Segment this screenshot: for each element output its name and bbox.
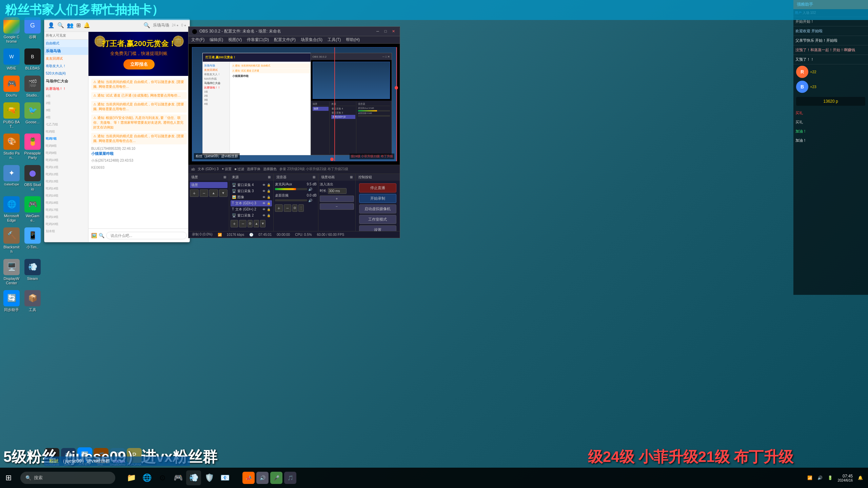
transition-remove-btn[interactable]: − bbox=[320, 203, 354, 210]
obs-preview: 打王者,赢200元赏金！ 乐场马场 友友回调试 有歌友大人！ 520大作战 马场… bbox=[189, 44, 400, 165]
obs-controls-panel: 控制按钮 停止直播 开始录制 启动虚拟摄像机 工作室模式 设置 退出 bbox=[356, 174, 400, 231]
studio-mode-btn[interactable]: 工作室模式 bbox=[359, 215, 396, 224]
start-record-btn[interactable]: 开始录制 bbox=[359, 194, 396, 203]
icon-studio-pan[interactable]: 🎨 Studio Pan.. bbox=[2, 131, 21, 162]
source-item-2[interactable]: 🖥️窗口采集 3 👁🔒 bbox=[231, 188, 272, 194]
filter-source-btn[interactable]: ⚙ bbox=[248, 220, 253, 227]
stream-input-field[interactable] bbox=[106, 232, 187, 239]
icon-douyu[interactable]: 🎮 DouYu bbox=[2, 74, 21, 100]
mixer-more-btn[interactable]: ⋮ bbox=[298, 204, 304, 212]
obs-gpu-status: 录制 0 (0.0%) bbox=[192, 232, 213, 237]
obs-close-btn[interactable]: ✕ bbox=[390, 28, 396, 34]
obs-maximize-btn[interactable]: □ bbox=[382, 28, 389, 34]
source-up-btn[interactable]: ▲ bbox=[254, 220, 259, 227]
icon-displayw[interactable]: 🖥️ DisplayW Center bbox=[2, 257, 21, 287]
sidebar-item-main[interactable]: 乐场马场 bbox=[44, 47, 88, 55]
remove-mixer-btn[interactable]: − bbox=[284, 204, 291, 212]
obs-color-picker[interactable]: 选择颜色 bbox=[263, 167, 277, 171]
desktop-mute-btn[interactable]: 🔊 bbox=[308, 199, 312, 202]
source-item-1[interactable]: 🖥️窗口采集 4 👁🔒 bbox=[231, 182, 272, 188]
icon-pubg[interactable]: 🔫 PUBG BAT.. bbox=[2, 100, 21, 131]
icon-pineapple[interactable]: 🍍 Pineapple Party bbox=[23, 131, 42, 162]
obs-menu-help[interactable]: 帮助(H) bbox=[346, 37, 360, 43]
transition-add-btn[interactable]: + bbox=[320, 196, 354, 202]
taskbar-avatar-1[interactable]: 📣 bbox=[242, 472, 255, 484]
taskbar-icon-edge[interactable]: 🌐 bbox=[139, 470, 154, 485]
stream-sidebar: 所有人可见发 自由模式 乐场马场 友友回调试 有歌友大人！ 520大作战(4) … bbox=[44, 32, 88, 242]
icon-steam[interactable]: 💨 Steam bbox=[23, 257, 42, 287]
source-item-3[interactable]: 🖼️图像 👁🔒 bbox=[231, 194, 272, 200]
taskbar-icon-steam2[interactable]: 💨 bbox=[186, 470, 201, 485]
sidebar-item-race[interactable]: 比赛场地！！ bbox=[44, 85, 88, 93]
tray-notification-btn[interactable]: 🔔 bbox=[858, 475, 863, 480]
sidebar-item-friends[interactable]: 有歌友大人！ bbox=[44, 62, 88, 70]
taskbar-icon-misc1[interactable]: 🛡️ bbox=[202, 470, 217, 485]
stop-stream-btn[interactable]: 停止直播 bbox=[359, 183, 396, 192]
obs-settings-btn[interactable]: ✦ 设置 bbox=[221, 167, 232, 171]
source-item-5[interactable]: T文本 (GDI+) 2 👁🔒 bbox=[231, 206, 272, 212]
mixer-settings-btn[interactable]: ⚙ bbox=[292, 204, 297, 212]
obs-menu-tools[interactable]: 工具(T) bbox=[328, 37, 341, 43]
icon-wbie[interactable]: W WBIE bbox=[2, 46, 21, 73]
taskbar-clock[interactable]: 07:45 2024/6/16 bbox=[838, 474, 853, 482]
sidebar-item-debug[interactable]: 友友回调试 bbox=[44, 55, 88, 62]
signup-button[interactable]: 立即报名 bbox=[123, 59, 155, 69]
icon-studio2[interactable]: 🎬 Studio.. bbox=[23, 74, 42, 100]
remove-source-btn[interactable]: − bbox=[239, 220, 246, 227]
icon-blacksmith[interactable]: 🔨 Blacksmith bbox=[2, 225, 21, 256]
source-item-4[interactable]: T文本 (GDI+) 3 👁🔒 bbox=[231, 200, 272, 206]
add-scene-btn[interactable]: + bbox=[190, 189, 199, 197]
icon-extra[interactable]: 📦 工具 bbox=[23, 288, 42, 314]
icon-goose[interactable]: 🐦 Goose... bbox=[23, 100, 42, 131]
start-button[interactable]: ⊞ bbox=[0, 468, 17, 488]
taskbar-icon-misc2[interactable]: 📧 bbox=[217, 470, 232, 485]
add-mixer-btn[interactable]: + bbox=[275, 204, 282, 212]
obs-menu-dock[interactable]: 停靠窗口(D) bbox=[247, 37, 269, 43]
obs-scenes-panel: 场景 ⊞ 场景 + − ▲ ▼ bbox=[189, 174, 229, 231]
taskbar-avatar-4[interactable]: 🎵 bbox=[284, 472, 296, 484]
obs-font-picker[interactable]: 选择字体 bbox=[247, 167, 260, 171]
mic-mute-btn[interactable]: 🔊 bbox=[308, 187, 312, 191]
taskbar-icon-explorer[interactable]: 📁 bbox=[124, 470, 139, 485]
sidebar-item-horse[interactable]: 马场仲仁大会 bbox=[44, 77, 88, 85]
transition-duration[interactable] bbox=[328, 188, 347, 194]
taskbar-icon-chrome[interactable]: ⊙ bbox=[155, 470, 170, 485]
source-down-btn[interactable]: ▼ bbox=[260, 220, 265, 227]
scene-item-1[interactable]: 场景 bbox=[190, 182, 228, 188]
obs-audio-filter[interactable]: ■ 过滤 bbox=[234, 167, 244, 171]
mic-settings-btn[interactable]: ⋮ bbox=[313, 187, 317, 191]
obs-menu-collection[interactable]: 场景集合(S) bbox=[301, 37, 322, 43]
sidebar-item-free[interactable]: 自由模式 bbox=[44, 40, 88, 47]
scene-down-btn[interactable]: ▼ bbox=[219, 189, 228, 197]
obs-menu-profile[interactable]: 配置文件(P) bbox=[274, 37, 296, 43]
stream-window: 👤 🔍 👥 ⊞ 🔔 🔍 乐场马场 24 ● 0 ● 所有人可见发 自由模式 乐场… bbox=[44, 19, 190, 242]
taskbar-tray: 📶 🔊 🔋 07:45 2024/6/16 🔔 bbox=[807, 474, 868, 482]
obs-minimize-btn[interactable]: ─ bbox=[375, 28, 381, 34]
taskbar-search[interactable]: 🔍 搜索 bbox=[20, 472, 115, 484]
desktop-settings-btn[interactable]: ⋮ bbox=[313, 199, 317, 202]
icon-obs-studio[interactable]: ⬤ OBS Studio bbox=[23, 163, 42, 194]
icon-sync[interactable]: 🔄 同步助手 bbox=[2, 288, 21, 314]
icon-wegame[interactable]: 🎮 WeGame.. bbox=[23, 194, 42, 225]
obs-menu-file[interactable]: 文件(F) bbox=[191, 37, 204, 43]
settings-btn[interactable]: 设置 bbox=[359, 225, 396, 231]
obs-bitrate: 10176 kbps bbox=[227, 233, 244, 237]
obs-menu-edit[interactable]: 编辑(E) bbox=[210, 37, 223, 43]
scene-up-btn[interactable]: ▲ bbox=[209, 189, 218, 197]
icon-microsoft-edge[interactable]: 🌐 Microsoft Edge bbox=[2, 194, 21, 225]
taskbar-icon-game[interactable]: 🎮 bbox=[171, 470, 185, 485]
sidebar-item-event[interactable]: 520大作战(4) bbox=[44, 70, 88, 77]
virtual-cam-btn[interactable]: 启动虚拟摄像机 bbox=[359, 204, 396, 214]
remove-scene-btn[interactable]: − bbox=[200, 189, 209, 197]
icon-galaexpe[interactable]: ✦ GalaxExpe bbox=[2, 163, 21, 194]
taskbar-avatar-2[interactable]: 🔊 bbox=[256, 472, 269, 484]
add-source-btn[interactable]: + bbox=[231, 220, 238, 227]
taskbar-avatar-3[interactable]: 🎤 bbox=[270, 472, 282, 484]
icon-blebas[interactable]: B BLEBAS bbox=[23, 46, 42, 73]
tray-volume-icon[interactable]: 🔊 bbox=[817, 475, 823, 480]
obs-menu-view[interactable]: 视图(V) bbox=[228, 37, 242, 43]
icon-timjing[interactable]: 📱 小Tim.. bbox=[23, 225, 42, 256]
source-item-6[interactable]: 🖥️窗口采集 2 👁🔒 bbox=[231, 212, 272, 219]
obs-transitions-panel: 场景动画 ⊞ 淡入淡出 时长 + − bbox=[318, 174, 356, 231]
stream-banner: 打王者,赢200元赏金！ 全免费无门槛，快速提现到账 立即报名 🪙 🪙 bbox=[88, 32, 190, 76]
